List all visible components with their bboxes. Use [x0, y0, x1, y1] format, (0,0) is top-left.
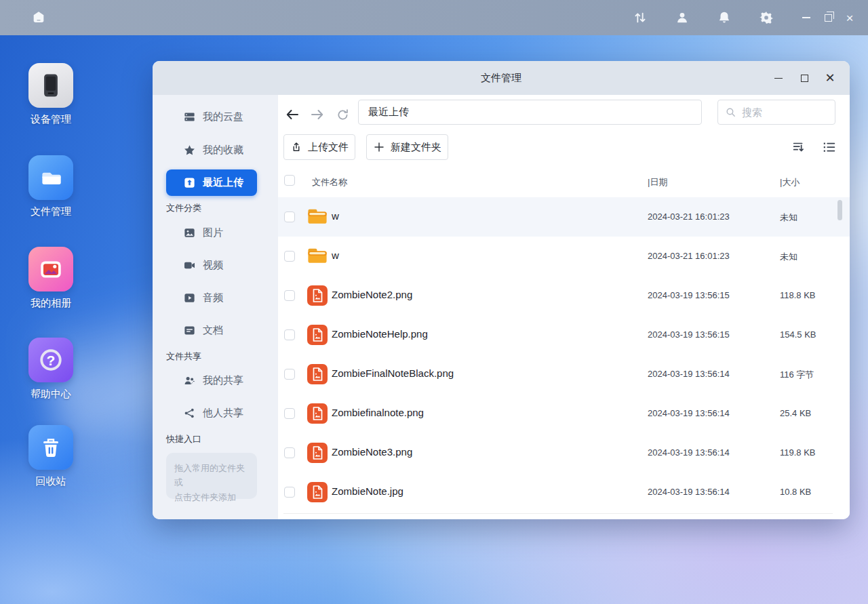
- desktop-icon-label: 回收站: [36, 475, 66, 488]
- row-checkbox[interactable]: [284, 212, 295, 222]
- plus-icon: [373, 141, 385, 153]
- table-row[interactable]: ZombieNote3.png 2024-03-19 13:56:14 119.…: [278, 433, 850, 472]
- transfer-icon[interactable]: [632, 9, 648, 26]
- sidebar-section-file-categories: 文件分类: [166, 202, 201, 214]
- row-checkbox[interactable]: [284, 251, 295, 262]
- file-date: 2024-03-19 13:56:14: [648, 408, 730, 418]
- column-header-name[interactable]: 文件名称: [312, 176, 347, 188]
- folder-icon: [307, 246, 328, 266]
- system-restore-button[interactable]: [822, 12, 834, 24]
- search-input[interactable]: [742, 106, 816, 118]
- table-row[interactable]: ZombieNote.jpg 2024-03-19 13:56:14 10.8 …: [278, 472, 850, 512]
- sidebar: 我的云盘 我的收藏 最近上传 文件分类: [153, 95, 278, 519]
- search-box[interactable]: [717, 100, 835, 125]
- document-icon: [182, 323, 196, 337]
- image-file-icon: [307, 403, 328, 424]
- file-name: ZombieNoteHelp.png: [332, 328, 428, 340]
- new-folder-button[interactable]: 新建文件夹: [366, 134, 448, 160]
- sidebar-item-label: 图片: [203, 226, 223, 239]
- sidebar-item-documents[interactable]: 文档: [166, 317, 257, 344]
- vertical-scrollbar[interactable]: [837, 200, 842, 220]
- system-topbar: ×: [0, 0, 868, 35]
- star-icon: [182, 143, 196, 157]
- sidebar-item-pictures[interactable]: 图片: [166, 219, 257, 246]
- row-checkbox[interactable]: [284, 487, 295, 498]
- notifications-bell-icon[interactable]: [716, 9, 732, 26]
- image-file-icon: [307, 325, 328, 345]
- desktop-icon-my-album[interactable]: 我的相册: [14, 247, 88, 310]
- recent-upload-icon: [182, 176, 196, 190]
- desktop-icon-file-manager[interactable]: 文件管理: [14, 155, 88, 218]
- quick-entry-hint-line2: 点击文件夹添加: [174, 490, 249, 504]
- svg-text:?: ?: [47, 353, 56, 368]
- back-button[interactable]: [282, 104, 302, 125]
- window-title: 文件管理: [481, 72, 521, 85]
- table-row[interactable]: ZombieFinalNoteBlack.png 2024-03-19 13:5…: [278, 355, 850, 394]
- image-file-icon: [307, 285, 328, 306]
- table-row[interactable]: ZombieNote2.png 2024-03-19 13:56:15 118.…: [278, 276, 850, 315]
- window-minimize-button[interactable]: [768, 68, 789, 88]
- upload-file-label: 上传文件: [308, 141, 349, 154]
- desktop-icon-label: 帮助中心: [31, 388, 71, 401]
- sidebar-item-label: 我的收藏: [203, 144, 243, 157]
- sidebar-item-recent-uploads[interactable]: 最近上传: [166, 169, 257, 196]
- table-row[interactable]: w 2024-03-21 16:01:23 未知: [278, 197, 850, 237]
- sidebar-section-quick-entry: 快捷入口: [166, 433, 201, 445]
- desktop-icon-device-manager[interactable]: 设备管理: [14, 63, 88, 126]
- sidebar-item-my-shares[interactable]: 我的共享: [166, 367, 257, 394]
- row-checkbox[interactable]: [284, 408, 295, 419]
- search-icon: [725, 106, 736, 118]
- sidebar-item-my-cloud-drive[interactable]: 我的云盘: [166, 103, 257, 130]
- cloud-drive-icon: [182, 110, 196, 123]
- sidebar-item-label: 最近上传: [203, 176, 243, 189]
- window-maximize-button[interactable]: [794, 68, 814, 88]
- address-input[interactable]: [358, 100, 702, 125]
- device-manager-icon: [28, 63, 73, 108]
- quick-entry-dropzone[interactable]: 拖入常用的文件夹或 点击文件夹添加: [166, 453, 257, 499]
- list-view-icon: [822, 140, 837, 155]
- launcher-icon[interactable]: [31, 10, 46, 25]
- sort-order-button[interactable]: [790, 138, 808, 156]
- table-header: 文件名称 |日期 |大小: [278, 172, 850, 192]
- desktop: × 设备管理 文件管理 我的相册 ? 帮助中心: [0, 0, 868, 604]
- sidebar-item-my-favorites[interactable]: 我的收藏: [166, 136, 257, 163]
- file-date: 2024-03-19 13:56:15: [648, 290, 730, 300]
- audio-icon: [182, 291, 196, 304]
- list-bottom-divider: [283, 513, 833, 514]
- sidebar-item-videos[interactable]: 视频: [166, 251, 257, 279]
- list-view-button[interactable]: [821, 138, 838, 156]
- table-row[interactable]: Zombiefinalnote.png 2024-03-19 13:56:14 …: [278, 394, 850, 433]
- file-name: Zombiefinalnote.png: [332, 407, 424, 418]
- table-row[interactable]: ZombieNoteHelp.png 2024-03-19 13:56:15 1…: [278, 315, 850, 355]
- window-close-button[interactable]: ✕: [820, 68, 840, 88]
- desktop-icon-help-center[interactable]: ? 帮助中心: [14, 338, 88, 401]
- window-titlebar[interactable]: 文件管理 ✕: [153, 61, 850, 95]
- forward-button[interactable]: [307, 104, 328, 125]
- file-list: w 2024-03-21 16:01:23 未知 w 2024-03-21 16…: [278, 197, 850, 512]
- column-header-date[interactable]: |日期: [648, 176, 667, 188]
- row-checkbox[interactable]: [284, 290, 295, 301]
- sidebar-item-audio[interactable]: 音频: [166, 284, 257, 311]
- row-checkbox[interactable]: [284, 447, 295, 458]
- settings-gear-icon[interactable]: [758, 9, 774, 26]
- sidebar-item-label: 我的共享: [203, 374, 243, 387]
- user-icon[interactable]: [674, 9, 690, 26]
- folder-icon: [307, 207, 328, 227]
- sidebar-item-label: 视频: [203, 259, 223, 272]
- desktop-icon-recycle-bin[interactable]: 回收站: [14, 425, 88, 488]
- sidebar-item-others-shares[interactable]: 他人共享: [166, 399, 257, 426]
- file-date: 2024-03-21 16:01:23: [648, 251, 730, 261]
- column-header-size[interactable]: |大小: [780, 176, 800, 188]
- system-minimize-button[interactable]: [800, 12, 812, 24]
- file-name: w: [332, 249, 339, 261]
- select-all-checkbox[interactable]: [284, 175, 295, 186]
- row-checkbox[interactable]: [284, 369, 295, 380]
- upload-file-button[interactable]: 上传文件: [283, 134, 355, 160]
- system-close-button[interactable]: ×: [844, 12, 856, 24]
- refresh-button[interactable]: [332, 104, 353, 125]
- table-row[interactable]: w 2024-03-21 16:01:23 未知: [278, 237, 850, 276]
- file-size: 未知: [780, 251, 797, 263]
- video-icon: [182, 258, 196, 272]
- desktop-icon-label: 我的相册: [31, 297, 71, 310]
- row-checkbox[interactable]: [284, 329, 295, 340]
